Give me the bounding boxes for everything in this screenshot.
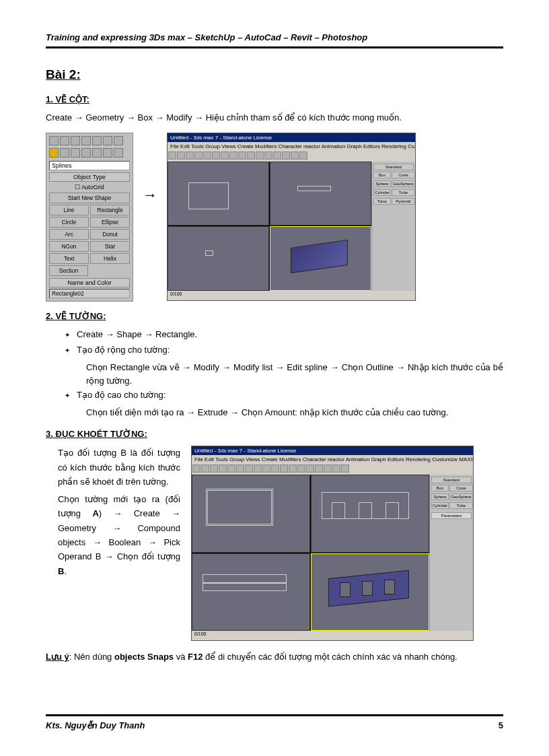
- side-panel: Standard Box Cone Sphere GeoSphere Cylin…: [429, 475, 473, 631]
- viewports: [168, 162, 371, 291]
- app-window-2: Untitled - 3ds max 7 - Stand-alone Licen…: [191, 446, 474, 641]
- command-panel: Splines Object Type ☐ AutoGrid Start New…: [46, 133, 133, 302]
- shape-button-line[interactable]: Line: [49, 205, 89, 215]
- shape-button-circle[interactable]: Circle: [49, 217, 89, 228]
- section2-list: Create → Shape → Rectangle. Tạo độ rộng …: [46, 328, 503, 357]
- section2-sub1: Chọn Rectangle vừa vẽ → Modify → Modify …: [46, 361, 503, 389]
- app-toolbar: [192, 464, 473, 475]
- app-menubar: File Edit Tools Group Views Create Modif…: [168, 142, 415, 151]
- viewport-left[interactable]: [192, 553, 310, 631]
- side-btn[interactable]: Cylinder: [373, 189, 391, 196]
- side-btn[interactable]: GeoSphere: [449, 493, 473, 500]
- tab-icon[interactable]: [60, 136, 69, 145]
- tab-icon[interactable]: [92, 136, 102, 145]
- section1-heading: 1. VẼ CỘT:: [46, 94, 503, 104]
- shape-button-helix[interactable]: Helix: [90, 253, 130, 264]
- side-btn[interactable]: Cylinder: [431, 502, 449, 509]
- panel-tab-icons: [48, 135, 131, 147]
- side-dropdown[interactable]: Standard: [373, 164, 414, 170]
- viewport-front[interactable]: [270, 162, 371, 226]
- rollout-object-type: Object Type: [49, 172, 130, 182]
- side-btn[interactable]: Cone: [392, 172, 415, 178]
- parameters-label: Parameters: [431, 512, 472, 519]
- page-footer: Kts. Nguyễn Duy Thanh 5: [46, 714, 503, 730]
- app-statusbar: 0/100: [192, 631, 473, 640]
- arrow-icon: →: [143, 186, 157, 204]
- shape-button-ngon[interactable]: NGon: [49, 241, 89, 252]
- shape-button-text[interactable]: Text: [49, 253, 89, 264]
- app-titlebar: Untitled - 3ds max 7 - Stand-alone Licen…: [192, 446, 473, 455]
- side-btn[interactable]: Tube: [392, 189, 415, 196]
- side-panel: Standard Box Cone Sphere GeoSphere Cylin…: [371, 162, 415, 291]
- tab-icon[interactable]: [114, 136, 123, 145]
- viewport-perspective[interactable]: [311, 553, 429, 631]
- rollout-name-color: Name and Color: [49, 278, 130, 287]
- app-menubar: File Edit Tools Group Views Create Modif…: [192, 455, 473, 464]
- cat-icon[interactable]: [60, 148, 69, 158]
- cat-icon[interactable]: [114, 148, 123, 158]
- section3-text: Tạo đối tượng B là đối tượng có kích thư…: [46, 446, 180, 641]
- app-titlebar: Untitled - 3ds max 7 - Stand-alone Licen…: [168, 133, 415, 142]
- side-btn[interactable]: Torus: [373, 198, 391, 205]
- section3-heading: 3. ĐỤC KHOÉT TƯỜNG:: [46, 429, 503, 439]
- side-btn[interactable]: Box: [373, 172, 391, 178]
- autogrid-checkbox[interactable]: ☐ AutoGrid: [48, 183, 131, 191]
- side-btn[interactable]: Pyramid: [392, 198, 415, 205]
- cat-icon[interactable]: [49, 148, 59, 158]
- shape-button-section[interactable]: Section: [49, 265, 88, 276]
- side-btn[interactable]: Tube: [449, 502, 473, 509]
- shape-button-star[interactable]: Star: [90, 241, 130, 252]
- tab-icon[interactable]: [103, 136, 112, 145]
- shape-button-donut[interactable]: Donut: [90, 229, 130, 240]
- tab-icon[interactable]: [71, 136, 80, 145]
- figure-row-2: Tạo đối tượng B là đối tượng có kích thư…: [46, 446, 503, 641]
- side-btn[interactable]: GeoSphere: [392, 180, 415, 187]
- list-item: Create → Shape → Rectangle.: [67, 328, 503, 341]
- shape-button-ellipse[interactable]: Ellipse: [90, 217, 130, 228]
- app-toolbar: [168, 151, 415, 162]
- tab-icon[interactable]: [81, 136, 91, 145]
- app-window-1: Untitled - 3ds max 7 - Stand-alone Licen…: [167, 133, 416, 301]
- panel-category-icons: [48, 147, 131, 159]
- section2-heading: 2. VẼ TƯỜNG:: [46, 311, 503, 321]
- footer-author: Kts. Nguyễn Duy Thanh: [46, 720, 145, 730]
- cat-icon[interactable]: [92, 148, 102, 158]
- viewport-top[interactable]: [192, 475, 310, 553]
- footer-page: 5: [499, 720, 503, 730]
- cat-icon[interactable]: [103, 148, 112, 158]
- side-btn[interactable]: Sphere: [431, 493, 449, 500]
- page-header: Training and expressing 3Ds max – Sketch…: [46, 32, 503, 48]
- list-item: Tạo độ rộng cho tường:: [67, 343, 503, 357]
- lesson-title: Bài 2:: [46, 67, 503, 82]
- shape-button-arc[interactable]: Arc: [49, 229, 89, 240]
- viewport-top[interactable]: [168, 162, 269, 226]
- shape-button-rectangle[interactable]: Rectangle: [90, 205, 130, 215]
- section2-list2: Tạo độ cao cho tường:: [46, 388, 503, 402]
- side-btn[interactable]: Sphere: [373, 180, 391, 187]
- section2-sub2: Chọn tiết diện mới tạo ra → Extrude → Ch…: [46, 406, 503, 420]
- note-paragraph: Lưu ý: Nên dùng objects Snaps và F12 để …: [46, 650, 503, 664]
- side-dropdown[interactable]: Standard: [431, 477, 472, 483]
- start-new-shape-button[interactable]: Start New Shape: [49, 193, 130, 203]
- viewport-front[interactable]: [311, 475, 429, 553]
- object-name-field[interactable]: Rectangle02: [49, 289, 130, 298]
- cat-icon[interactable]: [71, 148, 80, 158]
- category-dropdown[interactable]: Splines: [49, 161, 130, 170]
- figure-row-1: Splines Object Type ☐ AutoGrid Start New…: [46, 133, 503, 302]
- side-btn[interactable]: Box: [431, 485, 449, 491]
- app-statusbar: 0/100: [168, 291, 415, 300]
- viewport-perspective[interactable]: [270, 226, 371, 291]
- section1-text: Create → Geometry → Box → Modify → Hiệu …: [46, 111, 503, 125]
- viewports: [192, 475, 429, 631]
- cat-icon[interactable]: [81, 148, 91, 158]
- viewport-left[interactable]: [168, 226, 269, 291]
- list-item: Tạo độ cao cho tường:: [67, 388, 503, 402]
- tab-icon[interactable]: [49, 136, 59, 145]
- side-btn[interactable]: Cone: [449, 485, 473, 491]
